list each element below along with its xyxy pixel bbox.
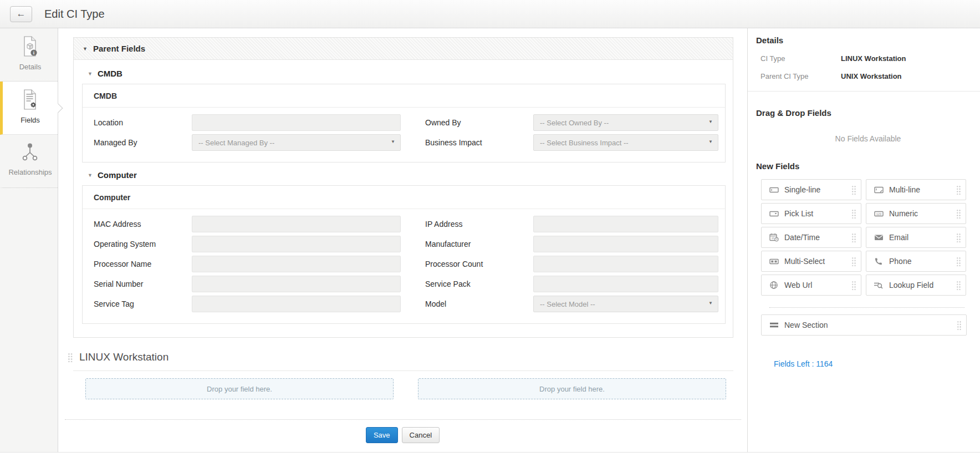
multi-line-field-button-label: Multi-line (889, 185, 956, 194)
ci-section-header: LINUX Workstation (68, 351, 747, 363)
new-section-button[interactable]: New Section (761, 314, 967, 336)
numeric-field-button[interactable]: 123Numeric (866, 203, 966, 224)
page-header: ← Edit CI Type (0, 0, 980, 28)
dropzone-row: Drop your field here.Drop your field her… (85, 378, 747, 399)
email-field-button[interactable]: Email (866, 227, 966, 248)
multi-line-field-button[interactable]: Multi-line (866, 179, 966, 200)
email-icon (874, 233, 884, 242)
sidebar-item-fields[interactable]: Fields (0, 82, 58, 135)
processor-name-label: Processor Name (94, 260, 192, 268)
field-dropzone[interactable]: Drop your field here. (85, 378, 394, 399)
location-input[interactable] (192, 114, 401, 131)
sidebar-item-label: Fields (3, 116, 58, 124)
manufacturer-input[interactable] (533, 236, 718, 252)
operating-system-input[interactable] (192, 236, 401, 252)
mac-address-input[interactable] (192, 216, 401, 232)
details-icon: i (21, 50, 40, 60)
collapse-arrow-icon: ▼ (83, 46, 88, 52)
manufacturer-label: Manufacturer (425, 240, 533, 248)
parent-fields-header[interactable]: ▼ Parent Fields (74, 38, 733, 60)
field-rows: LocationOwned By-- Select Owned By --▼Ma… (83, 108, 725, 162)
field-row: Managed By-- Select Managed By --▼Busine… (94, 134, 714, 151)
field-group-title: Computer (83, 186, 725, 209)
date-time-field-button-label: Date/Time (784, 233, 851, 242)
managed-by-label: Managed By (94, 138, 192, 147)
lookup-field-field-button[interactable]: Lookup Field (866, 275, 966, 296)
field-row: Serial NumberService Pack (94, 276, 714, 292)
drag-handle-icon[interactable] (851, 257, 856, 266)
chevron-down-icon: ▼ (391, 139, 395, 144)
details-row-value: LINUX Workstation (841, 54, 906, 63)
date-time-field-button[interactable]: 10 Date/Time (761, 227, 861, 248)
subsection-header-computer[interactable]: ▼Computer (82, 170, 726, 180)
section-drag-handle-icon[interactable] (68, 353, 73, 362)
main-content: ▼ Parent Fields ▼CMDBCMDBLocationOwned B… (58, 28, 747, 452)
body-row: iDetails Fields Relationships ▼ Parent F… (0, 28, 980, 453)
details-summary: Details CI TypeLINUX WorkstationParent C… (748, 28, 980, 92)
field-rows: MAC AddressIP AddressOperating SystemMan… (83, 209, 725, 323)
drag-handle-icon[interactable] (851, 185, 856, 195)
pick-list-field-button[interactable]: Pick List (761, 203, 861, 224)
drag-handle-icon[interactable] (957, 321, 961, 330)
single-line-field-button-label: Single-line (784, 185, 851, 194)
web-url-field-button[interactable]: Web Url (761, 275, 861, 296)
drag-handle-icon[interactable] (956, 281, 961, 290)
subsection-header-cmdb[interactable]: ▼CMDB (82, 69, 726, 78)
serial-number-input[interactable] (192, 276, 401, 292)
svg-text:10: 10 (771, 237, 774, 240)
multi-select-field-button[interactable]: Multi-Select (761, 251, 861, 272)
field-dropzone[interactable]: Drop your field here. (418, 378, 726, 399)
pick-list-icon (769, 209, 779, 218)
ip-address-input[interactable] (533, 216, 718, 232)
new-section-label: New Section (784, 321, 957, 329)
details-row-value: UNIX Workstation (841, 72, 902, 80)
managed-by-select[interactable]: -- Select Managed By --▼ (192, 134, 401, 151)
ci-section-title: LINUX Workstation (79, 351, 169, 363)
drag-handle-icon[interactable] (851, 209, 856, 219)
single-line-icon (769, 185, 779, 194)
service-pack-input[interactable] (533, 276, 718, 292)
model-select-value: -- Select Model -- (540, 300, 595, 308)
drag-handle-icon[interactable] (851, 233, 856, 242)
drag-handle-icon[interactable] (956, 209, 961, 219)
sidebar-item-relationships[interactable]: Relationships (0, 135, 58, 188)
sidebar-item-label: Relationships (3, 168, 58, 176)
relationships-icon (21, 156, 40, 165)
model-select[interactable]: -- Select Model --▼ (533, 296, 718, 312)
lookup-field-field-button-label: Lookup Field (889, 281, 956, 290)
owned-by-label: Owned By (425, 118, 533, 127)
drag-handle-icon[interactable] (956, 257, 961, 266)
business-impact-select[interactable]: -- Select Business Impact --▼ (533, 134, 718, 151)
single-line-field-button[interactable]: Single-line (761, 179, 861, 200)
subsection-title: Computer (98, 170, 137, 180)
cancel-button[interactable]: Cancel (402, 427, 440, 443)
new-fields-heading: New Fields (756, 161, 980, 171)
drag-handle-icon[interactable] (956, 185, 961, 195)
owned-by-select[interactable]: -- Select Owned By --▼ (533, 114, 718, 131)
model-label: Model (425, 299, 533, 308)
processor-name-input[interactable] (192, 256, 401, 272)
date-time-icon: 10 (769, 233, 779, 242)
subsection-title: CMDB (98, 69, 122, 78)
service-tag-input[interactable] (192, 296, 401, 312)
details-row: Parent CI TypeUNIX Workstation (756, 72, 980, 80)
save-button[interactable]: Save (366, 427, 398, 443)
multi-select-field-button-label: Multi-Select (784, 257, 851, 266)
numeric-icon: 123 (874, 209, 884, 218)
left-arrow-icon: ← (17, 8, 26, 19)
location-label: Location (94, 118, 192, 127)
phone-field-button[interactable]: Phone (866, 251, 966, 272)
subsection-computer: ▼ComputerComputerMAC AddressIP AddressOp… (82, 170, 726, 324)
field-group-box: CMDBLocationOwned By-- Select Owned By -… (82, 84, 726, 163)
phone-field-button-label: Phone (889, 257, 956, 266)
new-section-divider (769, 307, 964, 308)
processor-count-input[interactable] (533, 256, 718, 272)
details-row-label: CI Type (760, 54, 841, 63)
multi-select-icon (769, 257, 779, 266)
sidebar-item-details[interactable]: iDetails (0, 28, 58, 82)
drag-handle-icon[interactable] (956, 233, 961, 242)
back-button[interactable]: ← (10, 6, 32, 22)
dropzone-text: Drop your field here. (539, 385, 605, 393)
service-pack-label: Service Pack (425, 280, 533, 288)
drag-handle-icon[interactable] (851, 281, 856, 290)
